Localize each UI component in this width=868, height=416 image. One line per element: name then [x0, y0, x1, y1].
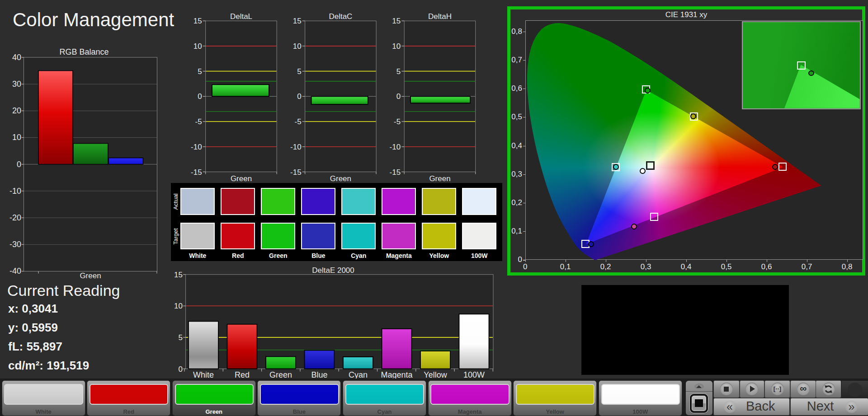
svg-text:20: 20	[12, 106, 21, 115]
svg-text:Green: Green	[269, 370, 292, 379]
svg-text:5: 5	[297, 67, 301, 76]
svg-text:Red: Red	[235, 370, 250, 379]
svg-text:10: 10	[12, 133, 21, 142]
svg-text:DeltaH: DeltaH	[428, 12, 452, 21]
svg-text:-5: -5	[394, 117, 401, 126]
svg-text:DeltaE 2000: DeltaE 2000	[312, 266, 354, 275]
svg-text:0: 0	[396, 92, 401, 101]
svg-text:DeltaC: DeltaC	[329, 12, 352, 21]
svg-text:Green: Green	[231, 174, 252, 183]
svg-text:15: 15	[174, 271, 183, 279]
svg-text:Yellow: Yellow	[424, 370, 447, 379]
svg-text:Green: Green	[330, 174, 351, 183]
svg-text:RGB Balance: RGB Balance	[59, 47, 108, 56]
svg-text:-10: -10	[9, 187, 21, 196]
svg-text:-30: -30	[9, 240, 21, 249]
svg-text:10: 10	[174, 302, 183, 310]
svg-text:10: 10	[392, 42, 401, 51]
svg-text:-10: -10	[191, 143, 202, 151]
svg-text:5: 5	[179, 333, 183, 342]
svg-text:Cyan: Cyan	[349, 370, 368, 379]
svg-text:-5: -5	[195, 117, 202, 126]
svg-text:-10: -10	[290, 143, 302, 151]
svg-text:10: 10	[293, 42, 302, 51]
svg-text:40: 40	[12, 53, 21, 62]
svg-text:Blue: Blue	[311, 370, 327, 379]
svg-text:5: 5	[198, 67, 202, 76]
svg-text:-15: -15	[191, 168, 202, 177]
svg-text:-40: -40	[9, 266, 21, 276]
svg-text:15: 15	[293, 17, 302, 25]
svg-text:15: 15	[193, 17, 202, 25]
svg-text:-20: -20	[9, 213, 21, 222]
svg-text:5: 5	[396, 67, 401, 76]
svg-text:-5: -5	[294, 117, 301, 126]
svg-text:0: 0	[297, 92, 301, 101]
svg-text:0: 0	[179, 365, 183, 374]
svg-text:Green: Green	[429, 174, 450, 183]
svg-text:15: 15	[392, 17, 401, 25]
svg-text:30: 30	[12, 79, 21, 89]
svg-text:White: White	[193, 370, 214, 379]
svg-text:10: 10	[193, 42, 202, 51]
svg-text:Green: Green	[80, 271, 101, 280]
svg-text:Magenta: Magenta	[381, 370, 413, 379]
svg-text:0: 0	[198, 92, 202, 101]
svg-text:-15: -15	[290, 168, 302, 177]
svg-text:-15: -15	[390, 168, 401, 177]
svg-text:DeltaL: DeltaL	[230, 12, 252, 21]
svg-text:0: 0	[17, 160, 21, 169]
svg-text:-10: -10	[390, 143, 401, 151]
svg-text:100W: 100W	[463, 370, 485, 379]
